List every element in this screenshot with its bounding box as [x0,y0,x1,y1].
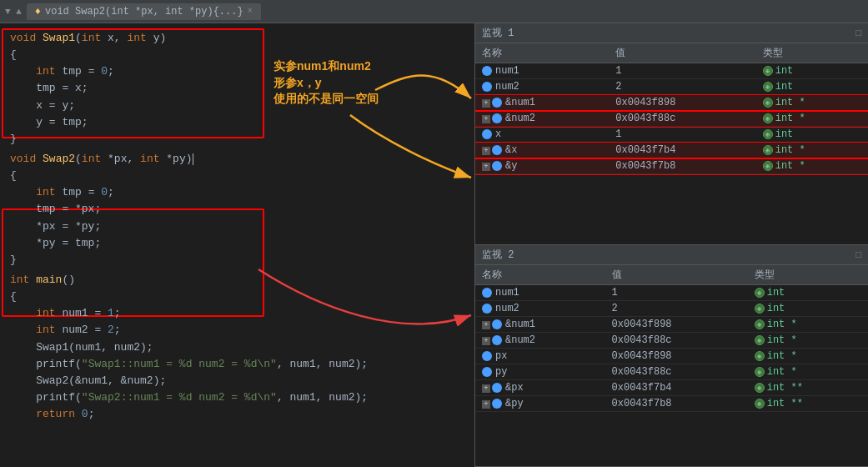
watch-1-header: 监视 1 □ [475,23,868,43]
var-name-cell: px [475,349,605,364]
var-type-cell: ⊕int [756,127,868,143]
var-name-cell: +&x [475,143,609,158]
expand-icon[interactable]: + [482,384,490,393]
code-line: } [10,252,464,269]
table-row[interactable]: +&num20x0043f88c⊕int * [475,333,868,349]
code-panel[interactable]: void Swap1(int x, int y) { int tmp = 0; … [0,23,475,467]
type-text: int * [767,366,797,378]
type-text: int * [775,97,805,108]
var-value-cell: 1 [605,285,748,301]
expand-icon[interactable]: + [482,115,490,123]
code-line: tmp = *px; [10,201,464,218]
var-name-cell: num2 [475,301,605,317]
var-value-cell: 0x0043f88c [605,333,748,349]
code-line: int tmp = 0; [10,184,464,201]
var-icon [482,66,492,76]
var-name-cell: py [475,364,605,380]
type-icon: ⊕ [763,145,773,155]
table-row[interactable]: +&x0x0043f7b4⊕int * [475,143,868,158]
type-text: int [775,65,794,77]
table-row[interactable]: +&py0x0043f7b8⊕int ** [475,396,868,412]
type-icon: ⊕ [763,161,773,171]
table-row[interactable]: +&num20x0043f88c⊕int * [475,111,868,127]
file-icon: ♦ [35,6,41,18]
var-icon [482,288,492,298]
var-value-cell: 2 [605,301,748,317]
var-value-cell: 1 [609,127,755,143]
var-icon [492,399,502,409]
table-row[interactable]: num11⊕int [475,63,868,79]
code-line: int num2 = 2; [10,322,464,339]
table-row[interactable]: num11⊕int [475,285,868,301]
var-icon [482,351,492,361]
expand-icon[interactable]: + [482,147,490,155]
code-line: x = y; [10,98,464,114]
watch-panel-2: 监视 2 □ 名称 值 类型 num11⊕intnum22⊕int+&num10… [475,245,868,467]
var-value-cell: 0x0043f898 [609,95,755,111]
var-icon [492,319,502,329]
code-line: printf("Swap1::num1 = %d num2 = %d\n", n… [10,356,464,373]
type-text: int * [767,319,797,330]
var-value-cell: 0x0043f7b8 [609,158,755,174]
table-row[interactable]: py0x0043f88c⊕int * [475,364,868,380]
var-name-text: x [495,128,501,140]
expand-icon[interactable]: + [482,400,490,409]
watch-panel-1: 监视 1 □ 名称 值 类型 num11⊕intnum22⊕int+&num10… [475,23,868,245]
tab-label: void Swap2(int *px, int *py){...} [45,6,243,18]
type-text: int * [775,144,805,156]
table-row[interactable]: +&num10x0043f898⊕int * [475,317,868,333]
var-type-cell: ⊕int [748,285,868,301]
watch-1-table[interactable]: 名称 值 类型 num11⊕intnum22⊕int+&num10x0043f8… [475,43,868,244]
type-text: int * [775,160,805,172]
watch-col-value: 值 [605,265,748,285]
var-type-cell: ⊕int [756,63,868,79]
var-type-cell: ⊕int * [748,349,868,364]
type-icon: ⊕ [763,82,773,92]
type-text: int * [767,350,797,362]
code-line: tmp = x; [10,80,464,97]
var-name-cell: num1 [475,285,605,301]
type-icon: ⊕ [755,351,765,361]
swap1-block: void Swap1(int x, int y) { int tmp = 0; … [10,30,464,148]
var-value-cell: 0x0043f7b8 [605,396,748,412]
type-icon: ⊕ [755,288,765,298]
var-name-cell: +&num2 [475,111,609,127]
table-row[interactable]: +&num10x0043f898⊕int * [475,95,868,111]
var-value-cell: 0x0043f88c [605,364,748,380]
table-row[interactable]: x1⊕int [475,127,868,143]
active-tab[interactable]: ♦ void Swap2(int *px, int *py){...} × [27,3,261,20]
var-icon [492,113,502,123]
code-line: y = tmp; [10,114,464,131]
type-icon: ⊕ [763,66,773,76]
expand-icon[interactable]: + [482,99,490,108]
table-row[interactable]: +&px0x0043f7b4⊕int ** [475,380,868,396]
var-value-cell: 0x0043f898 [605,317,748,333]
var-name-cell: +&py [475,396,605,412]
tab-nav-arrows[interactable]: ▼ ▲ [5,7,22,17]
swap2-block: void Swap2(int *px, int *py) { int tmp =… [10,151,464,269]
var-value-cell: 0x0043f7b4 [609,143,755,158]
tab-close-button[interactable]: × [248,7,253,16]
code-line: } [10,131,464,148]
table-row[interactable]: num22⊕int [475,79,868,95]
top-bar: ▼ ▲ ♦ void Swap2(int *px, int *py){...} … [0,0,868,23]
watch-2-title: 监视 2 [482,248,514,262]
main-block: int main() { int num1 = 1; int num2 = 2;… [10,272,464,423]
table-row[interactable]: px0x0043f898⊕int * [475,349,868,364]
watch-2-table[interactable]: 名称 值 类型 num11⊕intnum22⊕int+&num10x0043f8… [475,265,868,466]
code-line: *py = tmp; [10,235,464,252]
expand-icon[interactable]: + [482,321,490,329]
var-type-cell: ⊕int * [756,95,868,111]
var-name-text: num2 [495,81,519,93]
type-icon: ⊕ [755,367,765,377]
type-icon: ⊕ [755,399,765,409]
watch-2-header: 监视 2 □ [475,245,868,265]
table-row[interactable]: +&y0x0043f7b8⊕int * [475,158,868,174]
expand-icon[interactable]: + [482,337,490,345]
table-row[interactable]: num22⊕int [475,301,868,317]
var-name-cell: +&num1 [475,95,609,111]
var-name-text: &num1 [505,319,535,330]
var-type-cell: ⊕int * [748,364,868,380]
code-line: return 0; [10,406,464,423]
expand-icon[interactable]: + [482,163,490,171]
